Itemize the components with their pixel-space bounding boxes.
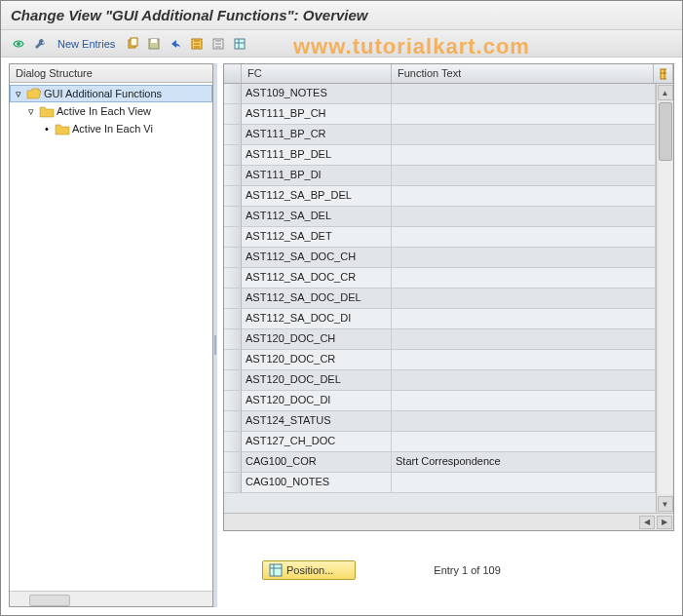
- table-row[interactable]: AST120_DOC_CR: [224, 350, 656, 370]
- cell-fc[interactable]: AST112_SA_BP_DEL: [242, 186, 392, 207]
- row-handle[interactable]: [224, 125, 242, 145]
- cell-function-text[interactable]: [392, 268, 656, 289]
- horizontal-scrollbar[interactable]: ◀ ▶: [224, 513, 673, 530]
- select-all-icon[interactable]: [187, 34, 207, 54]
- cell-fc[interactable]: AST112_SA_DEL: [242, 207, 392, 227]
- table-settings-icon[interactable]: [230, 34, 249, 54]
- tree-node-root[interactable]: ▿ GUI Additional Functions: [10, 85, 212, 102]
- cell-fc[interactable]: AST112_SA_DOC_CR: [242, 268, 392, 289]
- cell-fc[interactable]: AST120_DOC_DEL: [242, 370, 392, 391]
- cell-fc[interactable]: AST120_DOC_CR: [242, 350, 392, 370]
- scroll-right-icon[interactable]: ▶: [657, 516, 672, 529]
- table-row[interactable]: AST109_NOTES: [224, 84, 656, 104]
- tree-node-child1[interactable]: ▿ Active In Each View: [10, 102, 212, 120]
- collapse-icon[interactable]: ▿: [25, 105, 37, 118]
- position-button[interactable]: Position...: [262, 560, 356, 580]
- column-header-function-text[interactable]: Function Text: [392, 64, 654, 83]
- copy-icon[interactable]: [123, 34, 142, 54]
- table-row[interactable]: AST112_SA_DET: [224, 227, 656, 248]
- cell-fc[interactable]: AST111_BP_CH: [242, 104, 392, 125]
- tree-node-child2[interactable]: • Active In Each Vi: [10, 120, 212, 137]
- configure-columns-icon[interactable]: [654, 64, 673, 83]
- splitter[interactable]: [213, 63, 217, 607]
- cell-function-text[interactable]: [392, 104, 656, 125]
- cell-fc[interactable]: AST112_SA_DOC_CH: [242, 248, 392, 268]
- table-row[interactable]: AST112_SA_DOC_DI: [224, 309, 656, 329]
- cell-fc[interactable]: AST112_SA_DET: [242, 227, 392, 248]
- column-header-fc[interactable]: FC: [242, 64, 392, 83]
- row-handle[interactable]: [224, 391, 242, 411]
- row-handle[interactable]: [224, 370, 242, 391]
- row-handle[interactable]: [224, 227, 242, 248]
- row-handle[interactable]: [224, 248, 242, 268]
- row-handle[interactable]: [224, 329, 242, 350]
- cell-function-text[interactable]: [392, 186, 656, 207]
- table-row[interactable]: AST120_DOC_CH: [224, 329, 656, 350]
- toggle-display-icon[interactable]: [9, 34, 28, 54]
- scroll-up-icon[interactable]: ▲: [658, 85, 673, 100]
- row-handle[interactable]: [224, 84, 242, 104]
- cell-function-text[interactable]: Start Correspondence: [392, 452, 656, 473]
- cell-fc[interactable]: AST109_NOTES: [242, 84, 392, 104]
- vertical-scrollbar[interactable]: ▲ ▼: [656, 84, 673, 513]
- row-handle[interactable]: [224, 432, 242, 452]
- cell-function-text[interactable]: [392, 309, 656, 329]
- table-row[interactable]: AST127_CH_DOC: [224, 432, 656, 452]
- table-row[interactable]: AST111_BP_CR: [224, 125, 656, 145]
- cell-function-text[interactable]: [392, 248, 656, 268]
- cell-function-text[interactable]: [392, 207, 656, 227]
- cell-function-text[interactable]: [392, 411, 656, 432]
- cell-function-text[interactable]: [392, 370, 656, 391]
- cell-fc[interactable]: AST112_SA_DOC_DI: [242, 309, 392, 329]
- cell-function-text[interactable]: [392, 329, 656, 350]
- cell-fc[interactable]: CAG100_COR: [242, 452, 392, 473]
- save-icon[interactable]: [144, 34, 164, 54]
- table-row[interactable]: AST112_SA_DEL: [224, 207, 656, 227]
- cell-function-text[interactable]: [392, 391, 656, 411]
- table-row[interactable]: AST112_SA_BP_DEL: [224, 186, 656, 207]
- row-handle[interactable]: [224, 104, 242, 125]
- table-row[interactable]: CAG100_CORStart Correspondence: [224, 452, 656, 473]
- row-handle[interactable]: [224, 186, 242, 207]
- cell-fc[interactable]: CAG100_NOTES: [242, 473, 392, 493]
- table-row[interactable]: AST120_DOC_DEL: [224, 370, 656, 391]
- cell-fc[interactable]: AST124_STATUS: [242, 411, 392, 432]
- table-row[interactable]: AST120_DOC_DI: [224, 391, 656, 411]
- cell-function-text[interactable]: [392, 473, 656, 493]
- cell-fc[interactable]: AST112_SA_DOC_DEL: [242, 289, 392, 309]
- new-entries-button[interactable]: New Entries: [52, 36, 121, 52]
- cell-function-text[interactable]: [392, 432, 656, 452]
- cell-function-text[interactable]: [392, 227, 656, 248]
- row-handle[interactable]: [224, 145, 242, 166]
- tree-horizontal-scrollbar[interactable]: [10, 591, 212, 606]
- row-handle[interactable]: [224, 289, 242, 309]
- row-handle[interactable]: [224, 166, 242, 186]
- row-header-corner[interactable]: [224, 64, 242, 83]
- scroll-left-icon[interactable]: ◀: [639, 516, 655, 529]
- wrench-icon[interactable]: [30, 34, 50, 54]
- table-row[interactable]: AST124_STATUS: [224, 411, 656, 432]
- cell-function-text[interactable]: [392, 125, 656, 145]
- row-handle[interactable]: [224, 207, 242, 227]
- cell-fc[interactable]: AST111_BP_DI: [242, 166, 392, 186]
- row-handle[interactable]: [224, 350, 242, 370]
- row-handle[interactable]: [224, 473, 242, 493]
- cell-fc[interactable]: AST120_DOC_CH: [242, 329, 392, 350]
- scroll-thumb[interactable]: [659, 102, 672, 161]
- undo-icon[interactable]: [166, 34, 185, 54]
- row-handle[interactable]: [224, 411, 242, 432]
- cell-function-text[interactable]: [392, 145, 656, 166]
- row-handle[interactable]: [224, 309, 242, 329]
- cell-fc[interactable]: AST111_BP_DEL: [242, 145, 392, 166]
- scroll-down-icon[interactable]: ▼: [658, 496, 673, 512]
- scroll-track[interactable]: [659, 102, 672, 494]
- table-row[interactable]: AST112_SA_DOC_CH: [224, 248, 656, 268]
- table-row[interactable]: AST111_BP_DI: [224, 166, 656, 186]
- cell-function-text[interactable]: [392, 350, 656, 370]
- cell-function-text[interactable]: [392, 84, 656, 104]
- table-row[interactable]: AST112_SA_DOC_DEL: [224, 289, 656, 309]
- cell-function-text[interactable]: [392, 289, 656, 309]
- collapse-icon[interactable]: ▿: [13, 88, 24, 100]
- table-row[interactable]: AST112_SA_DOC_CR: [224, 268, 656, 289]
- table-row[interactable]: AST111_BP_CH: [224, 104, 656, 125]
